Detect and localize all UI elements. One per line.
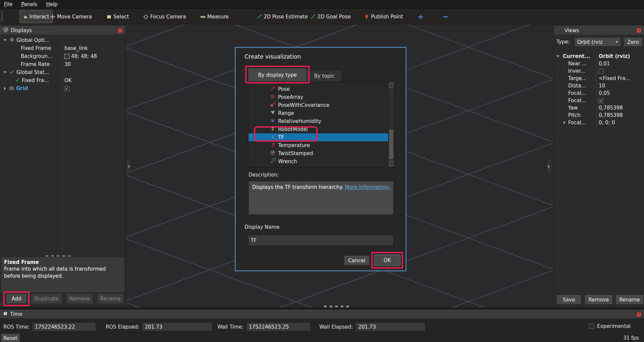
tab-by-display-type[interactable]: By display type [248,68,307,82]
reset-button[interactable]: Reset [1,334,20,342]
description-label: Description: [249,172,279,178]
view-row-target[interactable]: Targe... <Fixed Fra... [554,75,644,82]
view-type-dropdown[interactable]: Orbit (rviz [575,38,621,47]
focal-shape-checkbox[interactable] [599,98,604,103]
cancel-button[interactable]: Cancel [344,256,370,265]
ok-button[interactable]: OK [374,255,400,266]
tool-2d-goal-pose[interactable]: 2D Goal Pose [307,10,354,23]
tree-row-fixed-frame-status[interactable]: Fixed Fra... OK [0,76,125,84]
expander-right-icon[interactable] [564,121,566,124]
bottom-splitter-handle[interactable]: ■ ■ ■ ■ ■ [324,303,350,307]
expander-down-icon[interactable] [3,39,7,41]
views-panel-header[interactable]: Views [554,26,644,35]
tool-focus-camera[interactable]: Focus Camera [140,10,189,23]
list-scrollbar[interactable] [388,82,394,167]
scroll-down-icon[interactable] [389,160,394,167]
duplicate-display-button[interactable]: Duplicate [31,294,62,304]
view-row-near[interactable]: Near ... 0,01 [554,60,644,67]
add-display-button[interactable]: Add [6,294,27,304]
zero-button[interactable]: Zero [624,38,643,47]
expander-down-icon[interactable] [3,71,7,73]
menu-file[interactable]: File [4,1,12,7]
gear-icon [9,37,14,44]
list-item-temperature[interactable]: Temperature [249,141,388,149]
close-icon[interactable] [637,28,641,33]
more-information-link[interactable]: More Information [345,184,388,190]
tool-select[interactable]: Select [103,10,132,23]
view-row-invert[interactable]: Inver... [554,67,644,75]
wall-time-value[interactable]: 1752246523.25 [246,322,311,331]
expander-down-icon[interactable] [556,55,559,57]
view-row-yaw[interactable]: Yaw 0,785398 [554,104,644,112]
views-panel: Views Type: Orbit (rviz Zero Current... … [554,24,644,307]
view-row-current[interactable]: Current... Orbit (rviz) [554,53,644,60]
remove-display-button[interactable]: Remove [66,294,93,304]
fixed-frame-value[interactable]: base_link [64,45,88,51]
list-item-range[interactable]: Range [249,109,388,117]
map-pin-icon [364,14,369,19]
close-icon[interactable] [637,312,641,317]
list-item-robotmodel[interactable]: RobotModel [249,125,388,133]
tool-measure[interactable]: Measure [197,10,232,23]
experimental-label: Experimental [597,323,631,329]
robot-icon [270,126,275,133]
fps-counter: 31 fps [623,335,639,341]
expander-right-icon[interactable] [4,87,6,90]
close-icon[interactable] [118,28,122,33]
experimental-checkbox[interactable] [589,324,594,329]
add-tool-button[interactable]: + [415,10,427,23]
tree-row-background-color[interactable]: Backgroun... 48; 48; 48 [0,52,125,60]
frame-rate-value[interactable]: 30 [64,61,71,67]
list-item-tf[interactable]: TF [249,133,388,141]
tool-publish-point[interactable]: Publish Point [361,10,406,23]
tree-row-global-options[interactable]: Global Opti... [0,36,125,44]
rename-display-button[interactable]: Rename [97,294,124,304]
background-color-value[interactable]: 48; 48; 48 [64,53,97,59]
list-item-pose[interactable]: Pose [249,85,388,93]
tree-row-fixed-frame[interactable]: Fixed Frame base_link [0,44,125,52]
tab-by-topic[interactable]: By topic [307,70,342,82]
save-view-button[interactable]: Save [556,295,581,304]
toolbar-drag-handle[interactable] [1,11,3,21]
tree-row-frame-rate[interactable]: Frame Rate 30 [0,60,125,68]
tool-move-camera[interactable]: Move Camera [47,10,95,23]
thermometer-icon [270,142,275,149]
humidity-icon [270,118,275,125]
list-item-wrench[interactable]: Wrench [249,157,388,165]
collapse-left-panel-handle[interactable] [126,160,130,173]
grid-enabled-checkbox[interactable] [64,86,69,91]
view-row-focal-point[interactable]: Focal... 0; 0; 0 [554,119,644,126]
wall-time-field: Wall Time: 1752246523.25 [217,322,311,331]
list-item-twiststamped[interactable]: TwistStamped [249,149,388,157]
tree-row-grid[interactable]: Grid [0,84,125,92]
menu-panels[interactable]: Panels [21,1,37,7]
collapse-right-panel-handle[interactable] [547,160,551,173]
invert-checkbox[interactable] [599,69,604,74]
view-row-pitch[interactable]: Pitch 0,785398 [554,112,644,119]
move-cross-icon [50,14,55,19]
property-help-box: Fixed Frame Frame into which all data is… [1,257,125,293]
scrollbar-thumb[interactable] [389,129,394,159]
toolbar: Interact Move Camera Select Focus Camera… [0,9,644,24]
menu-help[interactable]: Help [46,1,57,7]
list-item-relativehumidity[interactable]: RelativeHumidity [249,117,388,125]
rename-view-button[interactable]: Rename [615,295,644,304]
remove-tool-button[interactable]: − [439,10,451,23]
display-name-input[interactable] [248,235,393,246]
remove-view-button[interactable]: Remove [585,295,613,304]
ros-time-value[interactable]: 1752246523.22 [32,322,96,331]
tool-2d-pose-estimate[interactable]: 2D Pose Estimate [254,10,311,23]
tree-row-global-status[interactable]: Global Stat... [0,68,125,76]
time-panel-header[interactable]: Time [0,310,644,319]
grid-icon [9,85,14,92]
displays-panel-header[interactable]: Displays [0,26,125,35]
view-row-focal-shape-fixed[interactable]: Focal... [554,97,644,104]
green-arrow-icon [310,14,316,19]
list-item-posearray[interactable]: PoseArray [249,93,388,101]
wall-elapsed-value[interactable]: 201.73 [356,322,425,331]
view-row-distance[interactable]: Dista... 10 [554,82,644,89]
view-row-focal-shape-size[interactable]: Focal... 0,05 [554,89,644,97]
scroll-up-icon[interactable] [389,82,394,88]
ros-elapsed-value[interactable]: 201.73 [142,322,213,331]
list-item-posewithcovariance[interactable]: PoseWithCovariance [249,101,388,109]
